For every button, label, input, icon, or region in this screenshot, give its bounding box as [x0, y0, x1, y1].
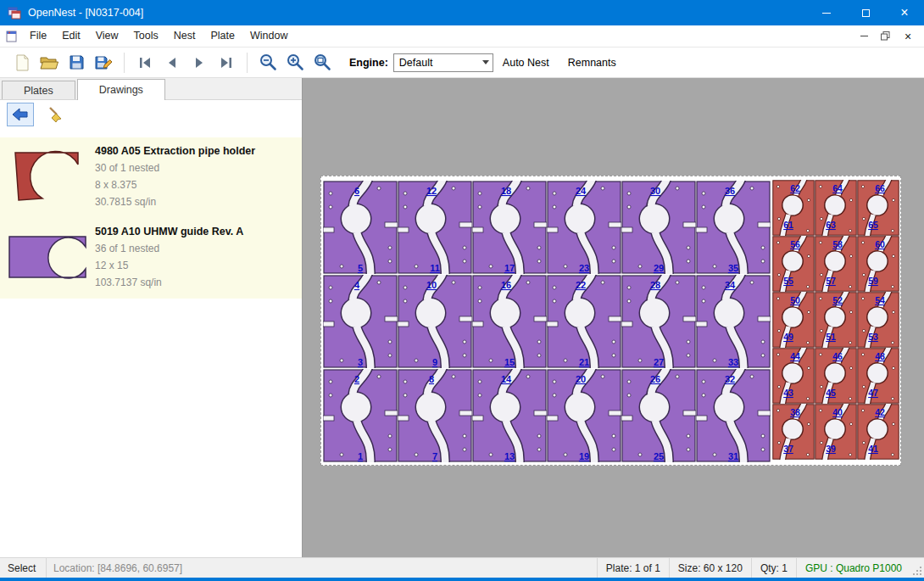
mdi-minimize-button[interactable] — [854, 28, 873, 45]
nested-part-pair[interactable]: 6261 — [772, 180, 815, 236]
close-icon: × — [900, 6, 908, 20]
maximize-button[interactable] — [846, 0, 885, 25]
grip-dots-icon — [912, 566, 922, 576]
menu-view[interactable]: View — [88, 25, 126, 47]
nested-part-pair[interactable]: 87 — [398, 369, 472, 462]
part-number: 7 — [432, 451, 437, 461]
part-number: 62 — [790, 183, 800, 193]
part-number: 20 — [576, 374, 586, 384]
nav-prev-button[interactable] — [159, 50, 186, 75]
nested-part-pair[interactable]: 5453 — [857, 292, 899, 348]
save-as-button[interactable] — [90, 50, 117, 75]
nested-part-pair[interactable]: 5857 — [815, 236, 857, 292]
nested-part-pair[interactable]: 2625 — [621, 369, 696, 462]
nested-part-pair[interactable]: 2423 — [547, 181, 621, 274]
tab-plates[interactable]: Plates — [2, 81, 75, 99]
mdi-close-button[interactable]: × — [899, 28, 917, 45]
main-area: Plates Drawings — [0, 78, 924, 557]
mdi-restore-button[interactable] — [877, 28, 895, 45]
menu-plate[interactable]: Plate — [203, 25, 242, 47]
menu-file[interactable]: File — [22, 25, 54, 47]
nested-part-pair[interactable]: 5655 — [772, 236, 815, 292]
part-number: 65 — [868, 220, 878, 230]
list-item[interactable]: 4980 A05 Extraction pipe holder 30 of 1 … — [0, 137, 302, 218]
part-number: 17 — [504, 263, 515, 273]
nested-part-pair[interactable]: 3029 — [621, 181, 696, 274]
nested-part-pair[interactable]: 6059 — [857, 236, 899, 292]
nested-part-pair[interactable]: 6463 — [815, 180, 857, 236]
open-button[interactable] — [36, 50, 63, 75]
menu-nest[interactable]: Nest — [166, 25, 203, 47]
menu-tools[interactable]: Tools — [126, 25, 166, 47]
part-number: 36 — [725, 186, 735, 196]
auto-nest-button[interactable]: Auto Nest — [493, 50, 559, 75]
nested-part-pair[interactable]: 4241 — [857, 404, 899, 460]
nested-part-pair[interactable]: 1615 — [472, 275, 547, 368]
title-bar: OpenNest - [N0317-004] × — [0, 0, 924, 25]
nested-part-pair[interactable]: 2221 — [547, 275, 621, 368]
resize-grip[interactable] — [910, 558, 924, 578]
plate[interactable]: 65 1211 1817 2423 3029 3635 43 109 1615 … — [320, 176, 901, 466]
part-number: 47 — [868, 388, 878, 398]
zoom-out-icon — [259, 53, 277, 71]
zoom-in-button[interactable] — [281, 50, 309, 75]
nested-part-pair[interactable]: 5251 — [815, 292, 857, 348]
part-number: 33 — [728, 357, 738, 367]
close-button[interactable]: × — [885, 0, 924, 25]
red-parts-group: 6261 6463 6665 5655 5857 6059 5049 5251 … — [772, 180, 899, 460]
nested-part-pair[interactable]: 6665 — [857, 180, 899, 236]
new-file-icon — [14, 54, 30, 71]
part-number: 35 — [728, 263, 738, 273]
document-icon[interactable] — [5, 30, 19, 43]
tab-drawings[interactable]: Drawings — [77, 79, 165, 100]
part-number: 6 — [354, 186, 359, 196]
nested-part-pair[interactable]: 4039 — [815, 404, 857, 460]
close-icon: × — [905, 31, 911, 42]
nested-part-pair[interactable]: 2019 — [547, 369, 621, 462]
nested-part-pair[interactable]: 65 — [323, 181, 398, 274]
nested-part-pair[interactable]: 3433 — [696, 275, 771, 368]
nav-last-button[interactable] — [213, 50, 240, 75]
nested-part-pair[interactable]: 3635 — [696, 181, 771, 274]
nested-part-pair[interactable]: 1413 — [472, 369, 547, 462]
part-number: 25 — [654, 451, 664, 461]
menu-edit[interactable]: Edit — [54, 25, 88, 47]
nested-part-pair[interactable]: 109 — [398, 275, 472, 368]
part-number: 30 — [650, 186, 660, 196]
list-item[interactable]: 5019 A10 UHMW guide Rev. A 36 of 1 neste… — [0, 218, 302, 299]
nested-part-pair[interactable]: 43 — [323, 275, 398, 368]
part-number: 48 — [875, 351, 885, 361]
part-number: 31 — [728, 451, 738, 461]
nested-part-pair[interactable]: 2827 — [621, 275, 696, 368]
engine-select[interactable]: Default — [393, 53, 493, 72]
nested-part-pair[interactable]: 1211 — [398, 181, 472, 274]
part-number: 11 — [430, 263, 440, 273]
nest-canvas[interactable]: 65 1211 1817 2423 3029 3635 43 109 1615 … — [303, 78, 924, 557]
import-drawing-button[interactable] — [7, 103, 34, 126]
nested-part-pair[interactable]: 1817 — [472, 181, 547, 274]
part-number: 4 — [354, 280, 360, 290]
part-area: 103.7137 sq/in — [95, 274, 297, 291]
nested-part-pair[interactable]: 3837 — [772, 404, 815, 460]
part-meta: 5019 A10 UHMW guide Rev. A 36 of 1 neste… — [90, 223, 297, 291]
save-as-icon — [95, 54, 113, 71]
remnants-button[interactable]: Remnants — [559, 50, 626, 75]
part-number: 53 — [868, 332, 878, 342]
nested-part-pair[interactable]: 5049 — [772, 292, 815, 348]
minimize-button[interactable] — [807, 0, 846, 25]
part-number: 55 — [783, 276, 793, 286]
zoom-out-button[interactable] — [254, 50, 281, 75]
nested-part-pair[interactable]: 4443 — [772, 348, 815, 404]
nav-next-button[interactable] — [186, 50, 213, 75]
nested-part-pair[interactable]: 21 — [323, 369, 398, 462]
zoom-fit-button[interactable] — [309, 50, 336, 75]
clean-drawings-button[interactable] — [42, 103, 70, 126]
new-file-button[interactable] — [8, 50, 36, 75]
nested-part-pair[interactable]: 3231 — [696, 369, 771, 462]
nav-first-button[interactable] — [131, 50, 159, 75]
part-nested-count: 36 of 1 nested — [95, 240, 297, 257]
nested-part-pair[interactable]: 4847 — [857, 348, 899, 404]
nested-part-pair[interactable]: 4645 — [815, 348, 857, 404]
menu-window[interactable]: Window — [242, 25, 295, 47]
save-button[interactable] — [63, 50, 90, 75]
